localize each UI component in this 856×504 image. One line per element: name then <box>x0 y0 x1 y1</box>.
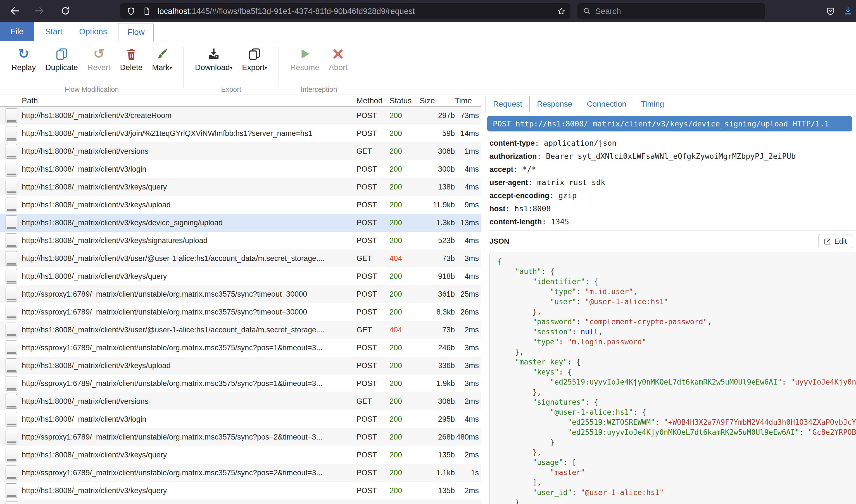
resume-button[interactable]: Resume <box>290 46 319 72</box>
url-bar[interactable]: localhost:1445/#/flows/fba5f13d-91e1-437… <box>120 3 570 19</box>
bookmark-star-icon[interactable] <box>557 7 565 15</box>
request-header[interactable]: host: hs1:8008 <box>490 204 856 213</box>
flow-time: 14ms <box>455 129 481 138</box>
flow-row[interactable]: http://hs1:8008/_matrix/client/v3/keys/q… <box>0 178 481 196</box>
request-header[interactable]: content-type: application/json <box>490 139 856 148</box>
site-info-icon[interactable] <box>142 7 151 15</box>
flow-path: http://hs1:8008/_matrix/client/v3/login <box>22 165 357 174</box>
request-header[interactable]: accept-encoding: gzip <box>490 191 856 200</box>
mark-button[interactable]: Mark▾ <box>152 46 172 72</box>
pocket-icon[interactable] <box>826 6 835 16</box>
menu-options[interactable]: Options <box>71 22 115 41</box>
abort-button[interactable]: Abort <box>329 46 347 72</box>
back-button[interactable] <box>7 3 22 19</box>
flow-row[interactable]: http://hs1:8008/_matrix/client/v3/keys/q… <box>0 482 481 500</box>
json-line: "usage": [ <box>498 457 856 467</box>
tab-request[interactable]: Request <box>485 96 530 112</box>
flow-status: 404 <box>386 326 411 334</box>
flow-row[interactable]: http://hs1:8008/_matrix/client/v3/create… <box>0 107 481 124</box>
search-input[interactable] <box>595 7 746 16</box>
flow-row[interactable]: http://hs1:8008/_matrix/client/v3/keys/u… <box>0 357 481 375</box>
edit-button[interactable]: Edit <box>818 234 852 248</box>
flow-status: 200 <box>386 290 411 299</box>
request-header[interactable]: user-agent: matrix-rust-sdk <box>490 178 856 187</box>
delete-button[interactable]: Delete <box>120 46 142 72</box>
header-value: : hs1:8008 <box>506 204 551 213</box>
flow-row[interactable]: http://hs1:8008/_matrix/client/v3/user/@… <box>0 250 481 267</box>
menu-start[interactable]: Start <box>37 22 71 41</box>
flow-row[interactable]: http://hs1:8008/_matrix/client/v3/loginP… <box>0 410 481 428</box>
flow-row[interactable]: http://hs1:8008/_matrix/client/versionsG… <box>0 392 481 410</box>
flow-method: POST <box>357 272 386 281</box>
flow-row[interactable]: http://hs1:8008/_matrix/client/v3/keys/q… <box>0 267 481 285</box>
forward-button[interactable] <box>32 3 48 19</box>
flow-row[interactable]: http://ssproxy1:6789/_matrix/client/unst… <box>0 303 481 321</box>
replay-button[interactable]: ↻Replay <box>12 46 36 72</box>
flow-row[interactable]: http://hs1:8008/_matrix/client/v3/user/@… <box>0 321 481 339</box>
json-line: "type": "m.login.password" <box>498 337 856 347</box>
json-line: "@user-1-alice:hs1": { <box>498 407 856 417</box>
flow-row[interactable]: http://ssproxy1:6789/_matrix/client/unst… <box>0 285 481 303</box>
request-header[interactable]: accept: */* <box>490 165 856 174</box>
menu-file[interactable]: File <box>0 22 34 41</box>
flow-size: 1.9kb <box>411 379 455 388</box>
column-header-path[interactable]: Path <box>22 96 357 105</box>
column-header-method[interactable]: Method <box>357 96 386 105</box>
header-value: : Bearer syt_dXNlci0xLWFsaWNl_eQfgkZywoi… <box>537 152 796 160</box>
flow-row[interactable]: http://hs1:8008/_matrix/client/v3/loginP… <box>0 160 481 178</box>
flow-row[interactable] <box>0 500 481 504</box>
flow-time: 2ms <box>455 397 481 406</box>
flow-method: POST <box>357 183 386 192</box>
flow-table: PathMethodStatusSizeTime http://hs1:8008… <box>0 95 481 504</box>
search-box[interactable] <box>578 3 765 19</box>
tab-response[interactable]: Response <box>530 96 579 112</box>
document-icon <box>5 376 17 391</box>
flow-row[interactable]: http://ssproxy1:6789/_matrix/client/unst… <box>0 339 481 357</box>
flow-time: 1ms <box>455 147 481 156</box>
flow-status: 200 <box>386 486 411 495</box>
request-header[interactable]: content-length: 1345 <box>490 217 856 226</box>
duplicate-button[interactable]: Duplicate <box>45 46 78 72</box>
flow-row[interactable]: http://hs1:8008/_matrix/client/v3/keys/q… <box>0 446 481 464</box>
json-line: "password": "complement-crypto-password"… <box>498 317 856 327</box>
json-line: "ed25519:WZTOSREWWM": "+W0B4H3X2a7A9F7Ym… <box>498 417 856 427</box>
flow-row[interactable]: http://hs1:8008/_matrix/client/v3/keys/s… <box>0 232 481 250</box>
column-header-status[interactable]: Status <box>386 96 411 105</box>
document-icon <box>5 323 17 337</box>
button-label: Abort <box>329 63 347 72</box>
flow-row[interactable]: http://hs1:8008/_matrix/client/v3/join/%… <box>0 124 481 142</box>
flow-time: 3ms <box>455 379 481 388</box>
tab-connection[interactable]: Connection <box>579 96 634 112</box>
revert-button[interactable]: ↺Revert <box>87 46 110 72</box>
download-button[interactable]: Download▾ <box>195 46 233 72</box>
tab-timing[interactable]: Timing <box>634 96 671 112</box>
document-icon <box>5 198 17 212</box>
reload-button[interactable] <box>57 3 73 19</box>
flow-status: 200 <box>386 469 411 477</box>
column-header-time[interactable]: Time <box>455 96 481 105</box>
request-line[interactable]: POST http://hs1:8008/_matrix/client/v3/k… <box>487 116 852 131</box>
menu-flow[interactable]: Flow <box>118 23 154 41</box>
request-header[interactable]: authorization: Bearer syt_dXNlci0xLWFsaW… <box>490 152 856 161</box>
flow-path: http://hs1:8008/_matrix/client/v3/keys/u… <box>22 201 357 209</box>
flow-row[interactable]: http://ssproxy1:6789/_matrix/client/unst… <box>0 375 481 392</box>
json-line: "auth": { <box>498 267 856 276</box>
flow-path: http://ssproxy1:6789/_matrix/client/unst… <box>22 344 357 352</box>
json-body-view[interactable]: { "auth": { "identifier": { "type": "m.i… <box>490 252 856 504</box>
flow-doc-icon-cell <box>0 305 22 319</box>
flow-doc-icon-cell <box>0 430 22 444</box>
flow-path: http://hs1:8008/_matrix/client/v3/keys/q… <box>22 272 357 281</box>
flow-row[interactable]: http://ssproxy1:6789/_matrix/client/unst… <box>0 464 481 482</box>
flow-row[interactable]: http://hs1:8008/_matrix/client/v3/keys/d… <box>0 214 481 232</box>
downloads-indicator-icon[interactable] <box>843 6 853 16</box>
flow-row[interactable]: http://hs1:8008/_matrix/client/v3/keys/u… <box>0 196 481 214</box>
flow-size: 268b <box>411 433 455 442</box>
flow-size: 336b <box>411 361 455 370</box>
flow-row[interactable]: http://ssproxy1:6789/_matrix/client/unst… <box>0 428 481 446</box>
tracking-shield-icon[interactable] <box>127 7 135 15</box>
flow-size: 523b <box>411 236 455 245</box>
column-header-size[interactable]: Size <box>411 96 455 105</box>
document-icon <box>5 180 17 194</box>
flow-row[interactable]: http://hs1:8008/_matrix/client/versionsG… <box>0 142 481 160</box>
export-button[interactable]: Export▾ <box>242 46 267 72</box>
